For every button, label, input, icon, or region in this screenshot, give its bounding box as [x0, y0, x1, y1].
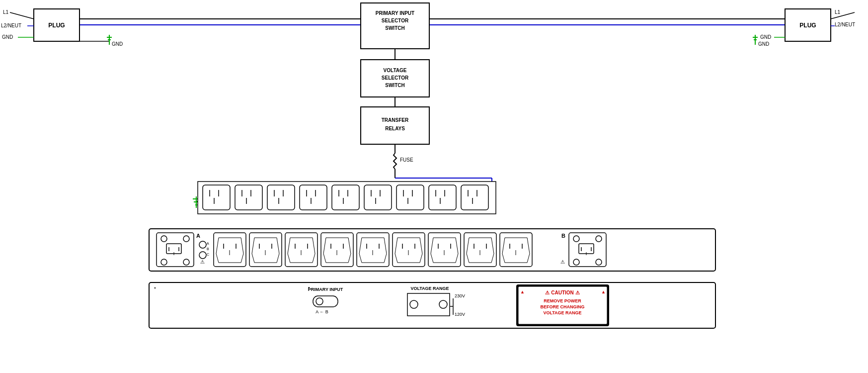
- svg-rect-35: [235, 185, 262, 210]
- svg-point-118: [596, 259, 602, 265]
- wiring-diagram: PLUG L1 L2/NEUT GND GND PLUG L1 L2/NEUT …: [0, 0, 868, 373]
- section-a-label: A: [196, 233, 200, 239]
- svg-point-112: [596, 236, 602, 242]
- section-b-label: B: [561, 233, 565, 239]
- rotary-switch-a2: [199, 252, 206, 259]
- voltage-selector-label1: VOLTAGE: [384, 68, 407, 73]
- caution-tri2: ▲: [601, 289, 606, 294]
- caution-line1: REMOVE POWER: [544, 298, 581, 303]
- transfer-relays-label1: TRANSFER: [382, 117, 409, 123]
- voltage-120-label: 120V: [455, 312, 465, 317]
- warning-triangle-b: ⚠: [560, 259, 565, 265]
- svg-rect-47: [332, 185, 359, 210]
- svg-rect-63: [461, 185, 488, 210]
- svg-point-68: [183, 236, 189, 242]
- primary-input-selector-label2: SELECTOR: [382, 18, 409, 23]
- primary-input-selector-label1: PRIMARY INPUT: [376, 10, 414, 16]
- right-plug-label: PLUG: [799, 22, 816, 29]
- voltage-230-label: 230V: [455, 293, 465, 298]
- primary-input-selector-label3: SWITCH: [385, 25, 404, 31]
- svg-point-111: [573, 236, 579, 242]
- rotary-switch-a: [199, 241, 206, 248]
- warning-triangle-a: ⚠: [200, 259, 205, 265]
- caution-title: ⚠ CAUTION ⚠: [545, 290, 579, 295]
- svg-point-119: [316, 298, 323, 305]
- rear-marker1: *: [154, 286, 156, 292]
- voltage-range-label: VOLTAGE RANGE: [410, 286, 449, 291]
- switch-ab-label: A ← B: [316, 309, 328, 314]
- caution-line2: BEFORE CHANGING: [540, 304, 584, 309]
- right-gnd1-label: GND: [760, 34, 771, 40]
- svg-rect-39: [267, 185, 295, 210]
- primary-input-label: PRIMARY INPUT: [308, 287, 343, 292]
- svg-line-4: [10, 12, 34, 19]
- svg-rect-55: [396, 185, 424, 210]
- svg-point-67: [161, 236, 167, 242]
- label-a: A: [207, 242, 209, 245]
- svg-point-74: [183, 259, 189, 265]
- label-c: C: [207, 253, 209, 256]
- label-b-small: B: [207, 247, 209, 251]
- fuse-label: FUSE: [400, 157, 413, 163]
- left-plug-label: PLUG: [48, 22, 65, 29]
- fuse-symbol: [394, 153, 396, 169]
- caution-tri1: ▲: [520, 289, 525, 294]
- svg-point-117: [573, 259, 579, 265]
- svg-rect-31: [203, 185, 230, 210]
- svg-point-73: [161, 259, 167, 265]
- left-gnd2-label: GND: [112, 41, 123, 47]
- svg-point-120: [410, 300, 418, 308]
- left-l1-label: L1: [3, 9, 9, 15]
- svg-rect-43: [300, 185, 327, 210]
- voltage-selector-label3: SWITCH: [385, 83, 404, 88]
- caution-line3: VOLTAGE RANGE: [543, 310, 581, 315]
- transfer-relays-label2: RELAYS: [385, 126, 405, 131]
- right-gnd2-label: GND: [758, 41, 769, 47]
- left-gnd1-label: GND: [2, 34, 13, 40]
- right-l1-label: L1: [835, 9, 841, 15]
- svg-point-121: [439, 300, 447, 308]
- left-l2neut-label: L2/NEUT: [1, 23, 21, 28]
- right-l2neut-label: L2/NEUT: [835, 22, 855, 27]
- svg-rect-59: [429, 185, 456, 210]
- voltage-selector-label2: SELECTOR: [382, 75, 409, 81]
- svg-rect-51: [364, 185, 392, 210]
